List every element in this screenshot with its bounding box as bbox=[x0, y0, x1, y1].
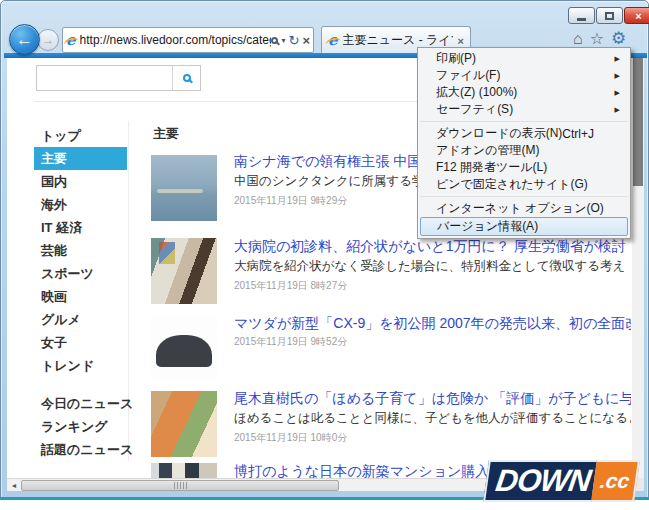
menu-item-label: インターネット オプション(O) bbox=[436, 200, 620, 217]
article-thumbnail[interactable] bbox=[151, 238, 217, 304]
menu-separator bbox=[420, 121, 628, 122]
sidebar-item-ranking[interactable]: ランキング bbox=[34, 415, 127, 438]
sidebar-item-sports[interactable]: スポーツ bbox=[34, 262, 127, 285]
horizontal-scrollbar-thumb[interactable] bbox=[21, 480, 339, 491]
article-thumbnail[interactable] bbox=[151, 315, 217, 381]
back-button[interactable]: ← bbox=[9, 24, 40, 55]
forward-arrow-icon: → bbox=[42, 33, 54, 47]
menu-item-manage-addons[interactable]: アドオンの管理(M) bbox=[418, 142, 630, 159]
tools-gear-icon[interactable]: ⚙ bbox=[611, 30, 626, 47]
article-title-link[interactable]: マツダが新型「CX-9」を初公開 2007年の発売以来、初の全面改良 bbox=[234, 313, 631, 333]
maximize-button[interactable] bbox=[596, 7, 623, 24]
search-button[interactable] bbox=[172, 66, 200, 90]
tools-dropdown-menu: 印刷(P) ▶ ファイル(F) ▶ 拡大(Z) (100%) ▶ セーフティ(S… bbox=[417, 47, 631, 239]
article-thumbnail[interactable] bbox=[151, 463, 217, 478]
sidebar-item-movies[interactable]: 映画 bbox=[34, 285, 127, 308]
stop-icon[interactable]: × bbox=[302, 33, 310, 48]
address-bar[interactable]: e http://news.livedoor.com/topics/catego… bbox=[62, 27, 314, 53]
menu-item-label: アドオンの管理(M) bbox=[436, 142, 620, 159]
article-date: 2015年11月19日 8時27分 bbox=[234, 277, 631, 294]
submenu-arrow-icon: ▶ bbox=[615, 55, 620, 63]
search-input[interactable] bbox=[37, 66, 172, 90]
window-controls: × bbox=[567, 7, 649, 24]
scrollbar-grip bbox=[174, 482, 187, 489]
minimize-button[interactable] bbox=[568, 7, 595, 24]
menu-item-about-version[interactable]: バージョン情報(A) bbox=[420, 217, 628, 236]
article-date: 2015年11月19日 9時52分 bbox=[234, 333, 631, 350]
submenu-arrow-icon: ▶ bbox=[615, 106, 620, 114]
chevron-down-icon[interactable]: ▾ bbox=[281, 36, 285, 45]
vertical-scrollbar[interactable] bbox=[632, 58, 644, 478]
menu-item-zoom[interactable]: 拡大(Z) (100%) ▶ bbox=[418, 84, 630, 101]
maximize-icon bbox=[605, 12, 614, 20]
minimize-icon bbox=[577, 18, 586, 21]
menu-shortcut: Ctrl+J bbox=[562, 127, 594, 141]
article-summary: 大病院を紹介状がなく受診した場合に、特別料金として徴収する考え bbox=[234, 256, 631, 277]
sidebar-item-trend[interactable]: トレンド bbox=[34, 354, 127, 377]
menu-item-file[interactable]: ファイル(F) ▶ bbox=[418, 67, 630, 84]
category-sidebar: トップ 主要 国内 海外 IT 経済 芸能 スポーツ 映画 グルメ 女子 トレン… bbox=[34, 124, 127, 461]
menu-item-view-downloads[interactable]: ダウンロードの表示(N) Ctrl+J bbox=[418, 125, 630, 142]
url-text[interactable]: http://news.livedoor.com/topics/categor bbox=[80, 33, 272, 47]
refresh-icon[interactable]: ↻ bbox=[289, 34, 300, 47]
article-date: 2015年11月19日 10時0分 bbox=[234, 429, 631, 446]
favorites-star-icon[interactable]: ☆ bbox=[590, 31, 604, 47]
article-thumbnail[interactable] bbox=[151, 155, 217, 221]
page-title: 主要 bbox=[153, 125, 179, 143]
sidebar-item-main-selected[interactable]: 主要 bbox=[34, 147, 127, 170]
menu-item-internet-options[interactable]: インターネット オプション(O) bbox=[418, 200, 630, 217]
search-icon[interactable] bbox=[271, 37, 278, 44]
sidebar-item-entertainment[interactable]: 芸能 bbox=[34, 239, 127, 262]
watermark-suffix-text: .cc bbox=[591, 460, 640, 502]
menu-item-label: 印刷(P) bbox=[436, 50, 615, 67]
sidebar-item-women[interactable]: 女子 bbox=[34, 331, 127, 354]
down-cc-watermark: DOWN .cc bbox=[483, 460, 640, 502]
article-thumbnail[interactable] bbox=[151, 391, 217, 457]
toolbar-icons: ⌂ ☆ ⚙ bbox=[573, 30, 626, 47]
tab-favicon: e bbox=[328, 33, 338, 48]
menu-item-label: F12 開発者ツール(L) bbox=[436, 159, 620, 176]
sidebar-gap bbox=[34, 377, 127, 392]
sidebar-item-overseas[interactable]: 海外 bbox=[34, 193, 127, 216]
submenu-arrow-icon: ▶ bbox=[615, 89, 620, 97]
back-arrow-icon: ← bbox=[16, 30, 33, 50]
menu-item-label: バージョン情報(A) bbox=[437, 218, 619, 235]
submenu-arrow-icon: ▶ bbox=[615, 72, 620, 80]
tab-close-icon[interactable]: × bbox=[458, 35, 464, 47]
home-icon[interactable]: ⌂ bbox=[573, 31, 583, 47]
sidebar-item-domestic[interactable]: 国内 bbox=[34, 170, 127, 193]
close-icon: × bbox=[635, 10, 641, 22]
ie-favicon: e bbox=[66, 33, 76, 48]
article-summary: ほめることは叱ることと同様に、子どもを他人が評価することになると指摘 bbox=[234, 408, 631, 429]
menu-item-label: 拡大(Z) (100%) bbox=[436, 84, 615, 101]
menu-item-safety[interactable]: セーフティ(S) ▶ bbox=[418, 101, 630, 118]
close-button[interactable]: × bbox=[624, 7, 649, 24]
menu-separator bbox=[420, 196, 628, 197]
watermark-main-text: DOWN bbox=[483, 460, 597, 502]
forward-button[interactable]: → bbox=[37, 29, 59, 51]
article-title-link[interactable]: 大病院の初診料、紹介状がないと1万円に？ 厚生労働省が検討 bbox=[234, 236, 631, 256]
menu-item-f12-devtools[interactable]: F12 開発者ツール(L) bbox=[418, 159, 630, 176]
menu-item-label: ダウンロードの表示(N) bbox=[436, 125, 562, 142]
vertical-scrollbar-thumb[interactable] bbox=[633, 58, 643, 186]
menu-item-label: ピンで固定されたサイト(G) bbox=[436, 176, 620, 193]
sidebar-item-it-economy[interactable]: IT 経済 bbox=[34, 216, 127, 239]
sidebar-item-todays-news[interactable]: 今日のニュース bbox=[34, 392, 127, 415]
article-title-link[interactable]: 尾木直樹氏の「ほめる子育て」は危険か 「評価」が子どもに与える影 bbox=[234, 388, 631, 408]
menu-item-label: セーフティ(S) bbox=[436, 101, 615, 118]
menu-item-pinned-sites[interactable]: ピンで固定されたサイト(G) bbox=[418, 176, 630, 193]
menu-item-print[interactable]: 印刷(P) ▶ bbox=[418, 50, 630, 67]
sidebar-item-topics[interactable]: 話題のニュース bbox=[34, 438, 127, 461]
search-icon bbox=[183, 74, 191, 82]
sidebar-item-top[interactable]: トップ bbox=[34, 124, 127, 147]
sidebar-item-gourmet[interactable]: グルメ bbox=[34, 308, 127, 331]
menu-item-label: ファイル(F) bbox=[436, 67, 615, 84]
scroll-left-arrow-icon[interactable]: ◄ bbox=[7, 482, 21, 489]
site-search-box bbox=[36, 65, 201, 91]
